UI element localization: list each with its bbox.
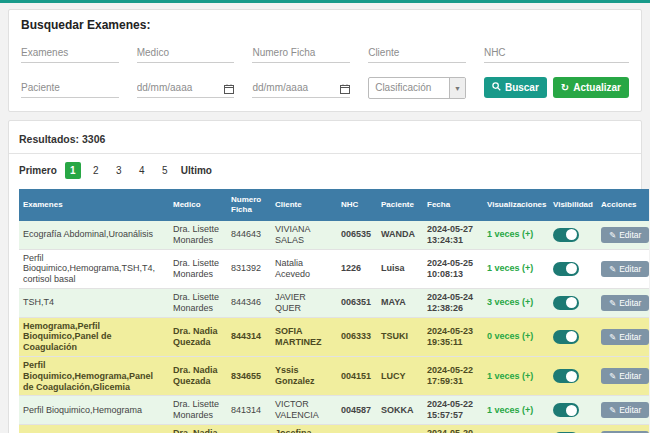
cell-fecha: 2024-05-22 15:57:57 xyxy=(423,396,483,425)
cell-nhc: 006333 xyxy=(337,317,377,356)
field-medico xyxy=(137,42,235,63)
cell-acciones: ✎ Editar xyxy=(597,396,649,425)
cell-visualizaciones: 3 veces (+) xyxy=(483,288,549,317)
visualizaciones-link[interactable]: 1 veces (+) xyxy=(487,405,533,415)
visualizaciones-link[interactable]: 3 veces (+) xyxy=(487,297,533,307)
column-header: Acciones xyxy=(597,189,649,221)
table-row: TSH,T4Dra. Lisette Monardes844346JAVIER … xyxy=(19,288,649,317)
field-fecha-desde xyxy=(137,77,235,99)
visibility-toggle[interactable] xyxy=(553,369,579,383)
pagination-page-4[interactable]: 4 xyxy=(134,162,150,179)
cell-numero-ficha: 844643 xyxy=(227,221,271,249)
examenes-input[interactable] xyxy=(21,43,119,63)
field-examenes xyxy=(21,42,119,63)
pagination-page-3[interactable]: 3 xyxy=(111,162,127,179)
medico-input[interactable] xyxy=(137,43,235,63)
cell-cliente: SOFIA MARTINEZ xyxy=(271,317,337,356)
results-count: Resultados: 3306 xyxy=(19,133,631,145)
visibility-toggle[interactable] xyxy=(553,330,579,344)
cell-nhc: 006535 xyxy=(337,221,377,249)
cell-visibilidad xyxy=(549,424,597,433)
field-cliente xyxy=(368,42,466,63)
search-form: Clasificación ▼ Buscar ↻ Actualizar xyxy=(21,42,629,99)
cell-visibilidad xyxy=(549,249,597,288)
cell-numero-ficha: 834655 xyxy=(227,356,271,395)
edit-button[interactable]: ✎ Editar xyxy=(601,402,649,418)
pagination-pages: 12345 xyxy=(65,162,173,179)
calendar-icon[interactable] xyxy=(340,80,350,98)
column-header: Numero Ficha xyxy=(227,189,271,221)
cell-paciente: WANDA xyxy=(377,221,423,249)
visualizaciones-link[interactable]: 0 veces (+) xyxy=(487,331,533,341)
cell-acciones: ✎ Editar xyxy=(597,249,649,288)
cell-paciente: Luisa xyxy=(377,249,423,288)
actualizar-button[interactable]: ↻ Actualizar xyxy=(553,77,629,98)
page: Busquedar Examenes: xyxy=(0,3,650,433)
calendar-icon[interactable] xyxy=(224,80,234,98)
cell-paciente: Theo xyxy=(377,424,423,433)
pagination-page-1[interactable]: 1 xyxy=(65,162,81,179)
actualizar-label: Actualizar xyxy=(573,82,621,93)
nhc-input[interactable] xyxy=(484,43,629,63)
numero-ficha-input[interactable] xyxy=(252,43,350,63)
edit-button[interactable]: ✎ Editar xyxy=(601,329,649,345)
buscar-button[interactable]: Buscar xyxy=(484,77,547,98)
table-header-row: ExamenesMedicoNumero FichaClienteNHCPaci… xyxy=(19,189,649,221)
column-header: Medico xyxy=(169,189,227,221)
pagination-page-2[interactable]: 2 xyxy=(88,162,104,179)
cell-acciones: ✎ Editar xyxy=(597,356,649,395)
cell-numero-ficha: 844346 xyxy=(227,288,271,317)
cell-numero-ficha: 841314 xyxy=(227,396,271,425)
clasificacion-select[interactable]: Clasificación ▼ xyxy=(368,77,466,99)
cell-fecha: 2024-05-24 12:38:26 xyxy=(423,288,483,317)
cell-medico: Dra. Lisette Monardes xyxy=(169,249,227,288)
cell-medico: Dra. Lisette Monardes xyxy=(169,221,227,249)
cell-numero-ficha: 844314 xyxy=(227,317,271,356)
cell-nhc: 004587 xyxy=(337,396,377,425)
edit-button[interactable]: ✎ Editar xyxy=(601,261,649,277)
cell-examenes: Ecografía Abdominal,Uroanálisis xyxy=(19,221,169,249)
edit-button[interactable]: ✎ Editar xyxy=(601,227,649,243)
fecha-desde-input[interactable] xyxy=(137,78,235,98)
page-title: Busquedar Examenes: xyxy=(21,18,629,32)
table-body: Ecografía Abdominal,UroanálisisDra. Lise… xyxy=(19,221,649,433)
table-row: Perfil Bioquimico,Hemograma,Panel de Coa… xyxy=(19,356,649,395)
cell-visualizaciones: 1 veces (+) xyxy=(483,221,549,249)
column-header: Visibilidad xyxy=(549,189,597,221)
cell-examenes: Perfil Bioquimico,Hemograma,TSH,T4, cort… xyxy=(19,249,169,288)
visualizaciones-link[interactable]: 1 veces (+) xyxy=(487,371,533,381)
cell-visibilidad xyxy=(549,396,597,425)
cell-examenes: Hemograma,Perfil Bioquimico,Panel de Coa… xyxy=(19,317,169,356)
cell-visibilidad xyxy=(549,221,597,249)
results-table: ExamenesMedicoNumero FichaClienteNHCPaci… xyxy=(19,189,649,433)
paciente-input[interactable] xyxy=(21,78,119,98)
visualizaciones-link[interactable]: 1 veces (+) xyxy=(487,229,533,239)
visibility-toggle[interactable] xyxy=(553,403,579,417)
cell-medico: Dra. Nadia Quezada xyxy=(169,424,227,433)
cell-acciones: ✎ Editar xyxy=(597,317,649,356)
pagination-first[interactable]: Primero xyxy=(19,165,57,176)
cliente-input[interactable] xyxy=(368,43,466,63)
column-header: Fecha xyxy=(423,189,483,221)
pagination-last[interactable]: Ultimo xyxy=(181,165,212,176)
visualizaciones-link[interactable]: 1 veces (+) xyxy=(487,263,533,273)
edit-button[interactable]: ✎ Editar xyxy=(601,295,649,311)
cell-numero-ficha: 841673 xyxy=(227,424,271,433)
visibility-toggle[interactable] xyxy=(553,228,579,242)
cell-visibilidad xyxy=(549,356,597,395)
pencil-icon: ✎ xyxy=(609,332,616,342)
visibility-toggle[interactable] xyxy=(553,262,579,276)
cell-visualizaciones: 1 veces (+) xyxy=(483,356,549,395)
cell-cliente: Natalia Acevedo xyxy=(271,249,337,288)
search-icon xyxy=(492,82,501,93)
cell-cliente: VICTOR VALENCIA xyxy=(271,396,337,425)
visibility-toggle[interactable] xyxy=(553,296,579,310)
column-header: NHC xyxy=(337,189,377,221)
pagination-page-5[interactable]: 5 xyxy=(157,162,173,179)
chevron-down-icon: ▼ xyxy=(449,78,465,98)
edit-button[interactable]: ✎ Editar xyxy=(601,368,649,384)
pencil-icon: ✎ xyxy=(609,264,616,274)
clasificacion-selected-value: Clasificación xyxy=(369,78,449,98)
field-fecha-hasta xyxy=(252,77,350,99)
fecha-hasta-input[interactable] xyxy=(252,78,350,98)
